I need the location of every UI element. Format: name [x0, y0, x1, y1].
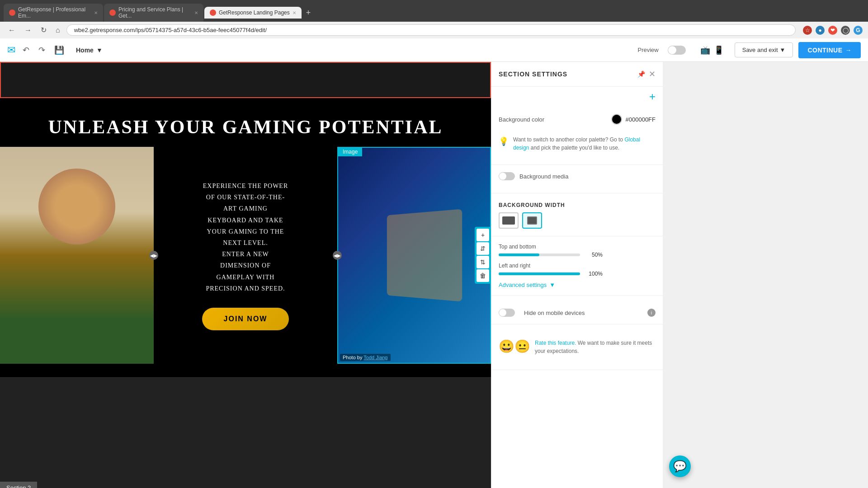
extension-icon-1[interactable]: ☆ — [803, 26, 812, 35]
body-line-2: OF OUR STATE-OF-THE- — [206, 194, 285, 201]
panel-close-button[interactable]: ✕ — [649, 69, 656, 79]
panel-title: SECTION SETTINGS — [499, 70, 637, 78]
tab-favicon-3 — [210, 9, 216, 16]
body-line-9: GAMEPLAY WITH — [217, 274, 275, 281]
extension-icon-2[interactable]: ● — [816, 26, 825, 35]
home-button[interactable]: ⌂ — [53, 25, 63, 35]
rate-row: 😀😐 Rate this feature. We want to make su… — [499, 332, 656, 362]
profile-icon[interactable]: G — [854, 26, 863, 35]
preview-label: Preview — [637, 47, 658, 53]
section2-bar[interactable]: Section 2 — [0, 482, 37, 488]
advanced-settings-toggle[interactable]: Advanced settings ▼ — [499, 282, 656, 288]
body-line-7: ENTER A NEW — [222, 251, 269, 258]
redo-button[interactable]: ↷ — [37, 43, 47, 57]
top-bottom-value: 50% — [585, 252, 603, 258]
back-button[interactable]: ← — [5, 25, 18, 35]
left-right-slider-container: 100% — [499, 271, 656, 277]
app-logo: ✉ — [7, 44, 15, 56]
center-content[interactable]: ◀▶ ◀▶ EXPERIENCE THE POWER OF OUR STATE-… — [154, 147, 337, 364]
tab-label-1: GetResponse | Professional Em... — [18, 6, 91, 19]
tab-bar: GetResponse | Professional Em... ✕ Prici… — [0, 0, 868, 22]
extension-icon-3[interactable]: ❤ — [828, 26, 837, 35]
rate-section: 😀😐 Rate this feature. We want to make su… — [491, 324, 663, 370]
tab-close-3[interactable]: ✕ — [292, 10, 296, 15]
content-row: ◀▶ ◀▶ EXPERIENCE THE POWER OF OUR STATE-… — [0, 147, 491, 364]
browser-chrome: GetResponse | Professional Em... ✕ Prici… — [0, 0, 868, 38]
settings-panel: SECTION SETTINGS 📌 ✕ + Background color … — [491, 62, 663, 488]
image-label: Image — [338, 147, 362, 156]
main-layout: UNLEASH YOUR GAMING POTENTIAL ◀▶ ◀▶ EXPE… — [0, 62, 868, 488]
body-line-8: DIMENSION OF — [220, 262, 271, 269]
img-add-button[interactable]: + — [476, 229, 489, 241]
tab-close-2[interactable]: ✕ — [194, 10, 198, 15]
save-exit-button[interactable]: Save and exit ▼ — [735, 42, 793, 57]
join-now-button[interactable]: JOIN NOW — [202, 308, 289, 330]
app-header: ✉ ↶ ↷ 💾 Home ▼ Preview 📺 📱 Save and exit… — [0, 38, 868, 62]
rate-link[interactable]: Rate this feature. — [535, 340, 576, 346]
save-icon-button[interactable]: 💾 — [52, 43, 66, 57]
bg-width-label: Background width — [499, 202, 565, 208]
bg-color-label: Background color — [499, 116, 611, 123]
tab-close-1[interactable]: ✕ — [94, 10, 98, 15]
top-bottom-row: Top and bottom 50% — [499, 244, 656, 258]
image-toolbar: + ⇵ ⇅ 🗑 — [475, 227, 491, 284]
desktop-icon[interactable]: 📺 — [700, 45, 710, 55]
hero-section[interactable]: UNLEASH YOUR GAMING POTENTIAL ◀▶ ◀▶ EXPE… — [0, 98, 491, 378]
bg-color-row: Background color #000000FF — [499, 114, 656, 125]
mobile-icon[interactable]: 📱 — [714, 45, 724, 55]
top-bottom-label: Top and bottom — [499, 244, 656, 250]
bg-color-value: #000000FF — [626, 116, 656, 123]
left-right-row: Left and right 100% — [499, 263, 656, 277]
right-image-container[interactable]: Image + ⇵ ⇅ 🗑 Photo by Todd Jiang — [337, 147, 491, 364]
address-bar-input[interactable] — [66, 24, 796, 36]
save-exit-arrow-icon: ▼ — [780, 47, 786, 53]
width-contained-icon — [527, 216, 537, 225]
forward-button[interactable]: → — [22, 25, 34, 35]
tab-label-2: Pricing and Service Plans | Get... — [118, 6, 192, 19]
img-resize-button[interactable]: ⇵ — [476, 242, 489, 255]
body-line-10: PRECISION AND SPEED. — [206, 285, 285, 292]
body-line-6: NEXT LEVEL. — [223, 239, 268, 246]
section-top[interactable] — [0, 62, 491, 98]
panel-pin-button[interactable]: 📌 — [637, 70, 645, 78]
bg-media-toggle[interactable] — [499, 172, 515, 180]
chat-fab-button[interactable]: 💬 — [669, 455, 691, 477]
bg-color-swatch[interactable] — [611, 114, 622, 125]
top-bottom-slider-container: 50% — [499, 252, 656, 258]
tab-3[interactable]: GetResponse Landing Pages ✕ — [204, 7, 302, 19]
tab-favicon-2 — [109, 9, 116, 16]
extension-icon-4[interactable]: ◯ — [841, 26, 850, 35]
resize-handle-right[interactable]: ◀▶ — [333, 251, 342, 260]
image-caption: Photo by Todd Jiang — [340, 354, 391, 361]
new-tab-button[interactable]: + — [302, 6, 315, 19]
width-full-option[interactable] — [499, 212, 519, 229]
width-full-icon — [502, 216, 515, 225]
width-contained-option[interactable] — [522, 212, 542, 229]
home-nav[interactable]: Home ▼ — [71, 44, 107, 56]
hide-mobile-toggle[interactable] — [499, 309, 515, 317]
advanced-settings-chevron: ▼ — [549, 282, 555, 288]
undo-button[interactable]: ↶ — [21, 43, 31, 57]
resize-handle-left[interactable]: ◀▶ — [149, 251, 158, 260]
save-exit-label: Save and exit — [742, 47, 778, 53]
top-bottom-slider[interactable] — [499, 253, 580, 256]
bg-color-section: Background color #000000FF 💡 Want to swi… — [491, 107, 663, 165]
hint-row: 💡 Want to switch to another color palett… — [499, 130, 656, 157]
preview-toggle[interactable] — [668, 46, 686, 55]
home-label: Home — [76, 47, 94, 54]
canvas-wrapper: UNLEASH YOUR GAMING POTENTIAL ◀▶ ◀▶ EXPE… — [0, 62, 491, 488]
hide-mobile-section: Hide on mobile devices i — [491, 296, 663, 324]
info-button[interactable]: i — [647, 309, 656, 317]
body-line-5: YOUR GAMING TO THE — [207, 228, 284, 235]
continue-button[interactable]: CONTINUE → — [798, 42, 861, 58]
left-image[interactable] — [0, 147, 154, 364]
tab-1[interactable]: GetResponse | Professional Em... ✕ — [4, 4, 103, 22]
body-line-1: EXPERIENCE THE POWER — [203, 183, 288, 189]
tab-2[interactable]: Pricing and Service Plans | Get... ✕ — [104, 4, 203, 22]
img-move-button[interactable]: ⇅ — [476, 256, 489, 268]
panel-add-button[interactable]: + — [642, 87, 663, 107]
reload-button[interactable]: ↻ — [38, 25, 49, 35]
left-right-slider[interactable] — [499, 272, 580, 275]
img-delete-button[interactable]: 🗑 — [476, 269, 489, 282]
caption-link[interactable]: Todd Jiang — [363, 355, 387, 360]
